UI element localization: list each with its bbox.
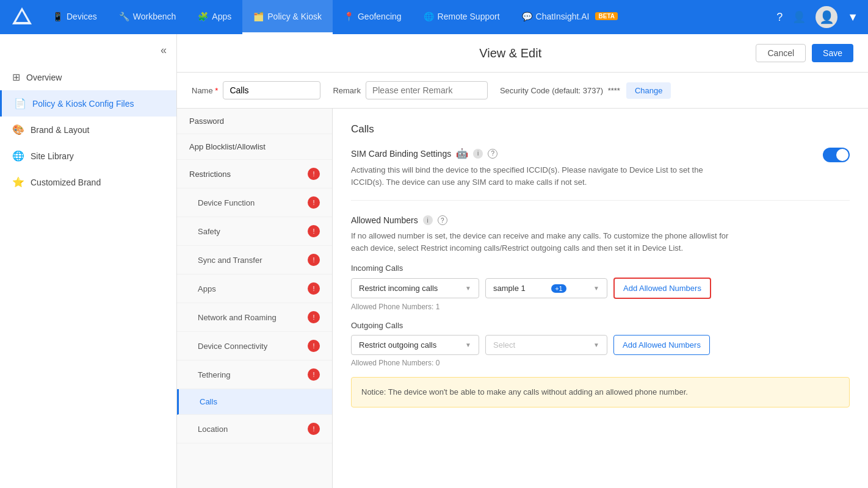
sidebar-nav: ⊞ Overview 📄 Policy & Kiosk Config Files… xyxy=(0,62,176,488)
change-button[interactable]: Change xyxy=(626,82,671,99)
sidebar-item-site-library[interactable]: 🌐 Site Library xyxy=(0,143,176,169)
nav-chatinsight[interactable]: 💬 ChatInsight.AI BETA xyxy=(511,0,629,34)
dropdown-arrow-icon[interactable]: ▼ xyxy=(847,11,858,24)
main-content: View & Edit Cancel Save Name * Remark xyxy=(177,34,868,488)
left-panel-apps[interactable]: Apps ! xyxy=(177,274,332,303)
incoming-dropdown-arrow: ▼ xyxy=(465,285,471,292)
connectivity-badge: ! xyxy=(308,340,320,352)
sim-card-content: SIM Card Binding Settings 🤖 i ? Activati… xyxy=(351,148,811,188)
apps-badge: ! xyxy=(308,282,320,295)
topnav-items: 📱 Devices 🔧 Workbench 🧩 Apps 🗂️ Policy &… xyxy=(42,0,776,34)
remark-input[interactable] xyxy=(366,81,488,99)
sidebar-item-policy-kiosk-config[interactable]: 📄 Policy & Kiosk Config Files xyxy=(0,90,176,117)
question-icon[interactable]: ? xyxy=(776,11,783,24)
tethering-badge: ! xyxy=(308,368,320,381)
grid-icon: ⊞ xyxy=(12,71,20,83)
remote-icon: 🌐 xyxy=(424,12,434,21)
avatar[interactable]: 👤 xyxy=(816,6,837,28)
right-panel: Calls SIM Card Binding Settings 🤖 i ? Ac… xyxy=(333,109,868,488)
file-icon: 📄 xyxy=(14,98,26,109)
add-outgoing-numbers-button[interactable]: Add Allowed Numbers xyxy=(613,335,710,355)
left-panel: Password App Blocklist/Allowlist Restric… xyxy=(177,109,333,488)
left-panel-tethering[interactable]: Tethering ! xyxy=(177,361,332,389)
incoming-calls-row: Restrict incoming calls ▼ sample 1 +1 ▼ … xyxy=(351,278,850,299)
allowed-numbers-desc: If no allowed number is set, the device … xyxy=(351,230,729,254)
policy-icon: 🗂️ xyxy=(253,12,264,21)
outgoing-calls-label: Outgoing Calls xyxy=(351,321,850,330)
header-actions: Cancel Save xyxy=(756,44,853,62)
outgoing-select-dropdown[interactable]: Select ▼ xyxy=(485,335,607,355)
nav-workbench[interactable]: 🔧 Workbench xyxy=(108,0,187,34)
allowed-info-icon[interactable]: i xyxy=(423,215,433,225)
sim-info-icon[interactable]: i xyxy=(473,149,483,159)
content-area: Password App Blocklist/Allowlist Restric… xyxy=(177,109,868,488)
remark-field: Remark xyxy=(333,81,488,99)
left-panel-network-roaming[interactable]: Network and Roaming ! xyxy=(177,303,332,332)
layout-icon: 🎨 xyxy=(12,124,24,135)
topnav: 📱 Devices 🔧 Workbench 🧩 Apps 🗂️ Policy &… xyxy=(0,0,868,34)
nav-policy-kiosk[interactable]: 🗂️ Policy & Kiosk xyxy=(242,0,333,34)
view-edit-header: View & Edit Cancel Save xyxy=(177,34,868,73)
sidebar-header: « xyxy=(0,34,176,62)
left-panel-password[interactable]: Password xyxy=(177,109,332,134)
sim-card-toggle[interactable] xyxy=(823,148,850,162)
notice-box: Notice: The device won't be able to make… xyxy=(351,377,850,407)
sidebar: « ⊞ Overview 📄 Policy & Kiosk Config Fil… xyxy=(0,34,177,488)
left-panel-app-blocklist[interactable]: App Blocklist/Allowlist xyxy=(177,134,332,160)
left-panel-restrictions[interactable]: Restrictions ! xyxy=(177,160,332,188)
sim-card-setting: SIM Card Binding Settings 🤖 i ? Activati… xyxy=(351,148,850,201)
outgoing-allowed-count: Allowed Phone Numbers: 0 xyxy=(351,359,850,367)
chat-icon: 💬 xyxy=(522,12,532,21)
location-badge: ! xyxy=(308,423,320,435)
nav-remote-support[interactable]: 🌐 Remote Support xyxy=(413,0,511,34)
user-icon[interactable]: 👤 xyxy=(792,10,806,24)
workbench-icon: 🔧 xyxy=(119,12,129,21)
globe-icon: 🌐 xyxy=(12,150,24,162)
network-badge: ! xyxy=(308,311,320,323)
allowed-numbers-section: Allowed Numbers i ? If no allowed number… xyxy=(351,215,850,407)
name-input[interactable] xyxy=(223,81,320,99)
save-button[interactable]: Save xyxy=(812,44,853,62)
outgoing-select-arrow: ▼ xyxy=(593,342,599,348)
nav-devices[interactable]: 📱 Devices xyxy=(42,0,108,34)
sidebar-item-customized-brand[interactable]: ⭐ Customized Brand xyxy=(0,169,176,195)
device-function-badge: ! xyxy=(308,196,320,209)
geofencing-icon: 📍 xyxy=(344,12,354,21)
left-panel-safety[interactable]: Safety ! xyxy=(177,217,332,246)
security-code-field: Security Code (default: 3737) **** Chang… xyxy=(500,82,671,99)
left-panel-location[interactable]: Location ! xyxy=(177,415,332,443)
sim-card-desc: Activating this will bind the device to … xyxy=(351,164,705,188)
sidebar-item-brand-layout[interactable]: 🎨 Brand & Layout xyxy=(0,117,176,143)
incoming-sample-dropdown[interactable]: sample 1 +1 ▼ xyxy=(485,278,607,298)
nav-apps[interactable]: 🧩 Apps xyxy=(187,0,242,34)
outgoing-calls-row: Restrict outgoing calls ▼ Select ▼ Add A… xyxy=(351,335,850,355)
left-panel-calls[interactable]: Calls xyxy=(177,389,332,415)
star-icon: ⭐ xyxy=(12,176,24,188)
logo[interactable] xyxy=(10,5,34,29)
add-incoming-numbers-button[interactable]: Add Allowed Numbers xyxy=(613,278,711,299)
outgoing-calls-dropdown[interactable]: Restrict outgoing calls ▼ xyxy=(351,335,479,355)
sidebar-toggle[interactable]: « xyxy=(161,44,167,57)
beta-badge: BETA xyxy=(595,12,617,20)
outgoing-calls-section: Outgoing Calls Restrict outgoing calls ▼… xyxy=(351,321,850,367)
left-panel-device-connectivity[interactable]: Device Connectivity ! xyxy=(177,332,332,361)
incoming-calls-dropdown[interactable]: Restrict incoming calls ▼ xyxy=(351,278,479,298)
sim-help-icon[interactable]: ? xyxy=(488,149,497,159)
name-field: Name * xyxy=(192,81,320,99)
restrictions-badge: ! xyxy=(308,168,320,180)
view-edit-title: View & Edit xyxy=(265,46,756,60)
form-row: Name * Remark Security Code (default: 37… xyxy=(177,73,868,109)
sync-badge: ! xyxy=(308,254,320,266)
notice-text: Notice: The device won't be able to make… xyxy=(361,386,839,398)
devices-icon: 📱 xyxy=(52,12,63,21)
name-label: Name * xyxy=(192,86,218,95)
apps-icon: 🧩 xyxy=(198,12,208,21)
allowed-help-icon[interactable]: ? xyxy=(438,215,447,225)
cancel-button[interactable]: Cancel xyxy=(756,44,806,62)
nav-geofencing[interactable]: 📍 Geofencing xyxy=(333,0,413,34)
incoming-calls-section: Incoming Calls Restrict incoming calls ▼… xyxy=(351,264,850,311)
sample-dropdown-arrow: ▼ xyxy=(593,285,599,292)
left-panel-device-function[interactable]: Device Function ! xyxy=(177,188,332,217)
sidebar-item-overview[interactable]: ⊞ Overview xyxy=(0,64,176,90)
left-panel-sync-transfer[interactable]: Sync and Transfer ! xyxy=(177,246,332,274)
